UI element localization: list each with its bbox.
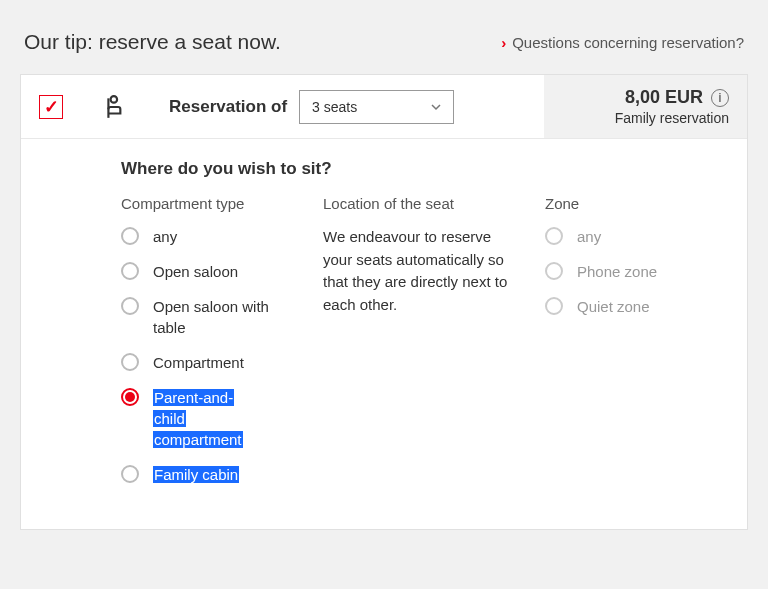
radio-label: any xyxy=(577,226,601,247)
header-left: ✓ Reservation of 3 seats xyxy=(21,75,544,138)
location-title: Location of the seat xyxy=(323,195,513,212)
compartment-radio-open-saloon-table[interactable]: Open saloon with table xyxy=(121,296,291,338)
chevron-right-icon: › xyxy=(501,34,506,51)
radio-icon xyxy=(545,262,563,280)
seats-select-wrapper: 3 seats xyxy=(299,90,454,124)
radio-label: Open saloon with table xyxy=(153,296,291,338)
panel-body: Where do you wish to sit? Compartment ty… xyxy=(21,139,747,529)
help-link[interactable]: › Questions concerning reservation? xyxy=(501,34,744,51)
radio-icon xyxy=(121,227,139,245)
panel-header: ✓ Reservation of 3 seats 8,00 EUR i Fami… xyxy=(21,75,747,139)
seat-icon xyxy=(103,94,129,120)
options-row: Compartment type any Open saloon Open sa… xyxy=(121,195,729,499)
radio-icon xyxy=(121,353,139,371)
radio-label: Family cabin xyxy=(153,464,239,485)
reservation-label: Reservation of xyxy=(169,97,287,117)
zone-column: Zone any Phone zone Quiet zone xyxy=(545,195,729,499)
help-link-label: Questions concerning reservation? xyxy=(512,34,744,51)
svg-point-0 xyxy=(111,96,118,103)
zone-radio-any: any xyxy=(545,226,729,247)
radio-label: Parent-and- child compartment xyxy=(153,387,243,450)
radio-icon xyxy=(545,297,563,315)
radio-label: Open saloon xyxy=(153,261,238,282)
zone-radio-quiet: Quiet zone xyxy=(545,296,729,317)
location-text: We endeavour to reserve your seats autom… xyxy=(323,226,513,316)
seats-select[interactable]: 3 seats xyxy=(299,90,454,124)
radio-icon xyxy=(545,227,563,245)
info-icon[interactable]: i xyxy=(711,89,729,107)
compartment-radio-compartment[interactable]: Compartment xyxy=(121,352,291,373)
compartment-radio-family-cabin[interactable]: Family cabin xyxy=(121,464,291,485)
compartment-radio-any[interactable]: any xyxy=(121,226,291,247)
zone-title: Zone xyxy=(545,195,729,212)
compartment-radio-open-saloon[interactable]: Open saloon xyxy=(121,261,291,282)
header-right: 8,00 EUR i Family reservation xyxy=(544,75,747,138)
reservation-panel: ✓ Reservation of 3 seats 8,00 EUR i Fami… xyxy=(20,74,748,530)
price: 8,00 EUR xyxy=(625,87,703,108)
where-title: Where do you wish to sit? xyxy=(121,159,729,179)
radio-icon xyxy=(121,465,139,483)
reservation-checkbox[interactable]: ✓ xyxy=(39,95,63,119)
compartment-title: Compartment type xyxy=(121,195,291,212)
radio-label: Compartment xyxy=(153,352,244,373)
zone-radio-phone: Phone zone xyxy=(545,261,729,282)
radio-icon xyxy=(121,262,139,280)
price-subtitle: Family reservation xyxy=(615,110,729,126)
tip-title: Our tip: reserve a seat now. xyxy=(24,30,281,54)
radio-icon xyxy=(121,388,139,406)
radio-label: Quiet zone xyxy=(577,296,650,317)
radio-icon xyxy=(121,297,139,315)
location-column: Location of the seat We endeavour to res… xyxy=(323,195,513,499)
compartment-column: Compartment type any Open saloon Open sa… xyxy=(121,195,291,499)
radio-label: Phone zone xyxy=(577,261,657,282)
compartment-radio-parent-child[interactable]: Parent-and- child compartment xyxy=(121,387,291,450)
radio-label: any xyxy=(153,226,177,247)
